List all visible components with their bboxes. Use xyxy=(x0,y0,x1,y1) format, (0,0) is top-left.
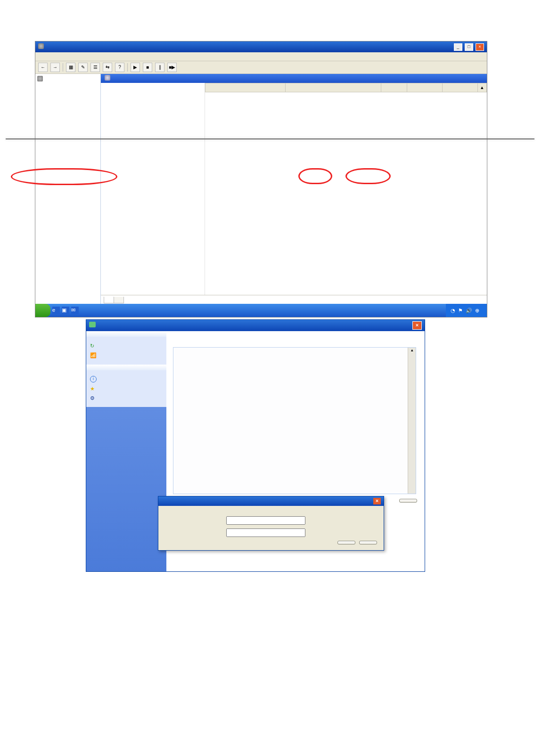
arrow-icon xyxy=(11,19,13,29)
side-panel: ↻ 📶 i ★ ⚙ xyxy=(86,331,166,571)
services-titlebar[interactable]: _ □ × xyxy=(35,41,487,52)
toolbar: ← → ▦ ✎ ☰ ⇆ ? ▶ ■ ∥ ■▶ xyxy=(35,61,487,74)
step-2 xyxy=(6,19,536,31)
connect-button[interactable] xyxy=(399,499,417,503)
nav-back-icon[interactable]: ← xyxy=(38,63,48,72)
star-icon: ★ xyxy=(90,385,95,392)
related-tasks-header xyxy=(86,365,166,370)
maximize-icon[interactable]: □ xyxy=(465,43,473,51)
network-list[interactable]: ▴ xyxy=(173,347,416,494)
toolbar-icon[interactable]: ▦ xyxy=(66,63,75,72)
services-list[interactable]: ▴ xyxy=(205,83,487,294)
scroll-up-icon[interactable]: ▴ xyxy=(408,348,416,354)
tab-extended[interactable] xyxy=(104,297,114,303)
restart-icon[interactable]: ■▶ xyxy=(167,63,177,72)
col-logon[interactable] xyxy=(443,83,478,92)
dialog-cancel-button[interactable] xyxy=(359,541,377,545)
quick-launch-icon[interactable]: ▣ xyxy=(62,307,69,314)
menu-bar[interactable] xyxy=(35,52,487,61)
toolbar-icon[interactable]: ⇆ xyxy=(103,63,112,72)
pause-icon[interactable]: ∥ xyxy=(155,63,164,72)
refresh-link[interactable]: ↻ xyxy=(90,342,163,349)
tray-icon[interactable]: ⊕ xyxy=(475,307,479,314)
toolbar-icon[interactable]: ✎ xyxy=(78,63,88,72)
close-icon[interactable]: × xyxy=(412,321,422,330)
play-icon[interactable]: ▶ xyxy=(131,63,140,72)
antenna-icon: 📶 xyxy=(90,352,97,358)
col-desc[interactable] xyxy=(286,83,381,92)
scroll-up-icon[interactable]: ▴ xyxy=(478,83,487,92)
wireless-icon xyxy=(89,322,96,327)
quick-launch-icon[interactable]: e xyxy=(52,307,60,314)
magnified-callout xyxy=(6,138,534,139)
pane-icon xyxy=(105,75,110,81)
toolbar-icon[interactable]: ? xyxy=(115,63,124,72)
system-tray[interactable]: ◔ ⚑ 🔊 ⊕ xyxy=(446,304,487,317)
refresh-icon: ↻ xyxy=(90,342,94,349)
tab-standard[interactable] xyxy=(114,297,124,303)
start-button[interactable] xyxy=(35,304,50,317)
col-status[interactable] xyxy=(381,83,407,92)
setup-link[interactable]: 📶 xyxy=(90,352,163,358)
pane-header xyxy=(101,74,487,83)
network-tasks-header xyxy=(86,331,166,337)
toolbar-icon[interactable]: ☰ xyxy=(90,63,100,72)
tray-icon[interactable]: ⚑ xyxy=(458,307,463,314)
tree-icon xyxy=(37,76,43,81)
close-icon[interactable]: × xyxy=(373,498,381,504)
nav-fwd-icon[interactable]: → xyxy=(50,63,60,72)
network-key-dialog: × xyxy=(158,496,384,551)
order-link[interactable]: ★ xyxy=(90,385,163,392)
services-screenshot: _ □ × ← → ▦ ✎ ☰ ⇆ ? ▶ ■ ∥ ■▶ xyxy=(35,41,487,317)
network-key-input[interactable] xyxy=(226,516,305,525)
info-icon: i xyxy=(90,376,97,382)
scrollbar[interactable]: ▴ xyxy=(408,348,416,494)
wnc-titlebar[interactable]: × xyxy=(86,320,425,331)
taskbar[interactable]: e ▣ ✉ ◔ ⚑ 🔊 ⊕ xyxy=(35,304,487,317)
dialog-titlebar[interactable]: × xyxy=(158,496,384,506)
col-name[interactable] xyxy=(205,83,286,92)
gear-icon: ⚙ xyxy=(90,395,95,401)
view-tabs[interactable] xyxy=(101,295,487,304)
dialog-connect-button[interactable] xyxy=(337,541,355,545)
learn-link[interactable]: i xyxy=(90,376,163,382)
stop-icon[interactable]: ■ xyxy=(143,63,152,72)
quick-launch-icon[interactable]: ✉ xyxy=(71,307,79,314)
col-startup[interactable] xyxy=(407,83,443,92)
wireless-screenshot: × ↻ 📶 i ★ ⚙ xyxy=(86,319,425,572)
confirm-key-input[interactable] xyxy=(226,528,305,537)
minimize-icon[interactable]: _ xyxy=(454,43,462,51)
tree-pane[interactable] xyxy=(35,74,101,304)
services-app-icon xyxy=(38,43,44,49)
close-icon[interactable]: × xyxy=(476,43,484,51)
main-panel: ▴ × xyxy=(166,331,425,571)
advanced-link[interactable]: ⚙ xyxy=(90,395,163,401)
tray-icon[interactable]: ◔ xyxy=(451,307,455,314)
tray-icon[interactable]: 🔊 xyxy=(466,307,472,314)
detail-pane xyxy=(101,83,205,294)
